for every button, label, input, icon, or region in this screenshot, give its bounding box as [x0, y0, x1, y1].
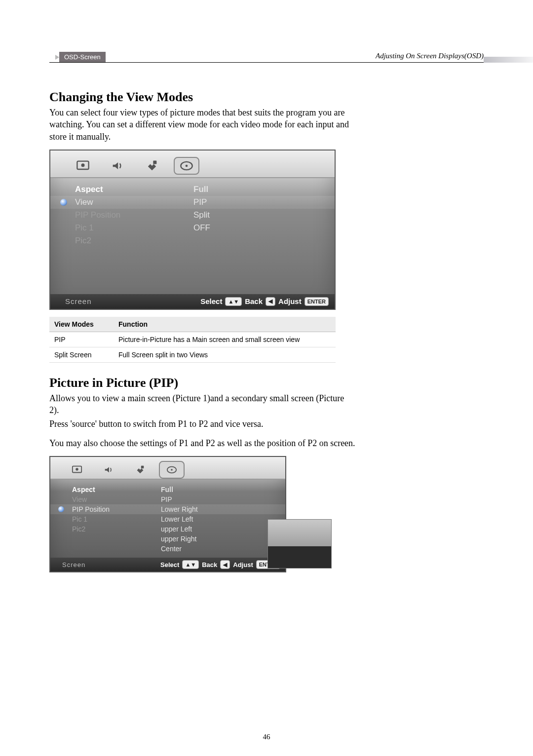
header-subtitle-text: Adjusting On Screen Displays(OSD): [376, 52, 484, 60]
menu-row: PIP PositionSplit: [50, 209, 335, 222]
osd-screenshot-view: AspectFullViewPIPPIP PositionSplitPic 1O…: [49, 150, 336, 310]
menu-row-label: Pic 1: [75, 223, 193, 233]
menu-row-label: PIP Position: [75, 210, 193, 220]
hint-back-label: Back: [245, 297, 263, 305]
tab2-setup-icon: [127, 461, 153, 479]
osd2-menu: AspectFullViewPIPPIP PositionLower Right…: [50, 480, 285, 554]
menu-row-value: upper Right: [161, 535, 196, 543]
osd2-footer-hints: Select ▲▼ Back ◀ Adjust ENTER: [160, 560, 280, 569]
menu-row: ViewPIP: [50, 494, 285, 504]
key2-updown-icon: ▲▼: [182, 560, 199, 569]
svg-point-9: [171, 469, 173, 471]
tab-screen-icon: [174, 157, 199, 175]
section-title-pip: Picture in Picture (PIP): [49, 376, 484, 390]
osd-footer-title: Screen: [65, 297, 92, 305]
menu-row-label: PIP Position: [72, 505, 161, 513]
table-cell: Full Screen split in two Views: [114, 347, 336, 362]
tab-setup-icon: [139, 157, 165, 175]
header-bar: OSD-Screen Adjusting On Screen Displays(…: [49, 52, 484, 63]
osd-screenshot-pip: AspectFullViewPIPPIP PositionLower Right…: [49, 456, 286, 572]
breadcrumb-bullet-icon: [55, 55, 59, 60]
hint-select-label: Select: [200, 297, 222, 305]
menu-row-label: Aspect: [75, 185, 193, 194]
hint2-adjust-label: Adjust: [233, 561, 253, 568]
page-number: 46: [263, 733, 270, 741]
menu-row: Center: [50, 544, 285, 554]
section-title-view-modes: Changing the View Modes: [49, 90, 484, 105]
menu-row-value: Lower Left: [161, 515, 193, 523]
menu-row-label: Pic 1: [72, 515, 161, 523]
menu-row-label: View: [72, 495, 161, 503]
osd-screenshot-pip-wrap: AspectFullViewPIPPIP PositionLower Right…: [49, 456, 336, 572]
osd-tabs: [50, 151, 335, 178]
pip-inset-preview: [267, 519, 332, 568]
menu-row: Pic 1OFF: [50, 222, 335, 234]
key-updown-icon: ▲▼: [225, 297, 242, 306]
hint2-back-label: Back: [202, 561, 217, 568]
menu-row-value: Lower Right: [161, 505, 198, 513]
key-left-icon: ◀: [266, 297, 275, 306]
key-enter-icon: ENTER: [305, 297, 329, 306]
osd-footer-hints: Select ▲▼ Back ◀ Adjust ENTER: [200, 297, 329, 306]
table-cell: Split Screen: [49, 347, 114, 362]
menu-row-value: upper Left: [161, 525, 192, 533]
pip-body-1: Allows you to view a main screen (Pictur…: [49, 392, 355, 416]
menu-row-value: Full: [161, 486, 173, 493]
th-view-modes: View Modes: [49, 317, 114, 332]
menu-row: ViewPIP: [50, 196, 335, 209]
osd-menu: AspectFullViewPIPPIP PositionSplitPic 1O…: [50, 178, 335, 290]
menu-row: PIP PositionLower Right: [50, 504, 285, 514]
view-modes-table: View Modes Function PIPPicture-in-Pictur…: [49, 317, 336, 363]
svg-point-4: [186, 165, 188, 167]
menu-row-label: Aspect: [72, 486, 161, 493]
menu-row-label: Pic2: [75, 236, 193, 246]
osd2-tabs: [50, 457, 285, 480]
menu-row: Pic 1Lower Left: [50, 514, 285, 524]
menu-row: Pic2: [50, 234, 335, 247]
th-function: Function: [114, 317, 336, 332]
breadcrumb-pill: OSD-Screen: [59, 52, 106, 62]
menu-row: AspectFull: [50, 485, 285, 494]
tab2-picture-icon: [64, 461, 90, 479]
menu-row-value: OFF: [193, 223, 210, 233]
osd-footer: Screen Select ▲▼ Back ◀ Adjust ENTER: [50, 294, 335, 309]
osd2-footer: Screen Select ▲▼ Back ◀ Adjust ENTER: [50, 558, 285, 571]
menu-row-value: Full: [193, 185, 208, 194]
section-body-view-modes: You can select four view types of pictur…: [49, 107, 355, 143]
pip-body-2: Press 'source' button to switch from P1 …: [49, 418, 355, 430]
tab2-audio-icon: [96, 461, 121, 479]
menu-row: AspectFull: [50, 183, 335, 196]
hint-adjust-label: Adjust: [278, 297, 302, 305]
pip-body-3: You may also choose the settings of P1 a…: [49, 437, 355, 449]
table-cell: Picture-in-Picture has a Main screen and…: [114, 332, 336, 347]
menu-row-value: Center: [161, 545, 182, 553]
osd2-footer-title: Screen: [62, 561, 85, 568]
tab2-screen-icon: [159, 461, 185, 479]
tab-audio-icon: [105, 157, 130, 175]
menu-row-value: PIP: [193, 197, 207, 207]
menu-row-label: Pic2: [72, 525, 161, 533]
table-row: PIPPicture-in-Picture has a Main screen …: [49, 332, 336, 347]
menu-row-value: Split: [193, 210, 210, 220]
tab-picture-icon: [70, 157, 96, 175]
svg-rect-2: [153, 160, 156, 164]
menu-row: upper Right: [50, 534, 285, 544]
key2-left-icon: ◀: [220, 560, 230, 569]
header-subtitle: Adjusting On Screen Displays(OSD): [376, 52, 484, 62]
svg-point-1: [81, 163, 85, 167]
svg-point-6: [76, 468, 78, 471]
menu-row-value: PIP: [161, 495, 172, 503]
hint2-select-label: Select: [160, 561, 179, 568]
table-row: Split ScreenFull Screen split in two Vie…: [49, 347, 336, 362]
svg-rect-7: [141, 466, 144, 469]
table-cell: PIP: [49, 332, 114, 347]
inset-sky-icon: [268, 520, 331, 546]
table-header-row: View Modes Function: [49, 317, 336, 332]
menu-row: Pic2upper Left: [50, 524, 285, 534]
menu-row-label: View: [75, 197, 193, 207]
inset-ground-icon: [268, 546, 331, 568]
header-fade-icon: [484, 57, 533, 63]
